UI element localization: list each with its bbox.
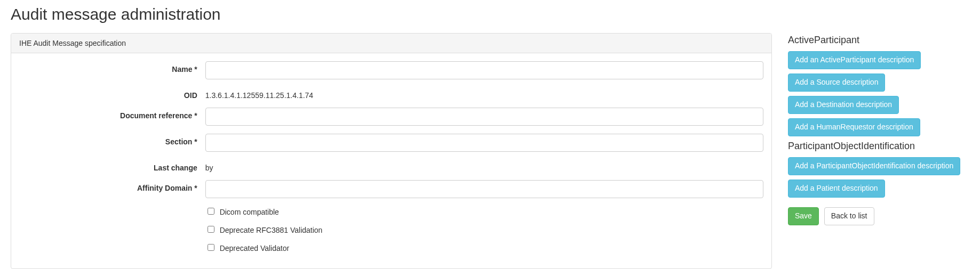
section-input[interactable] <box>205 134 763 152</box>
name-input[interactable] <box>205 61 763 79</box>
save-button[interactable]: Save <box>788 207 819 225</box>
participant-object-heading: ParticipantObjectIdentification <box>788 141 969 152</box>
add-source-button[interactable]: Add a Source description <box>788 74 885 92</box>
page-title: Audit message administration <box>11 5 969 23</box>
sidebar: ActiveParticipant Add an ActiveParticipa… <box>788 33 969 230</box>
last-change-value: by <box>205 160 763 172</box>
add-activeparticipant-button[interactable]: Add an ActiveParticipant description <box>788 51 921 69</box>
dicom-checkbox-label[interactable]: Dicom compatible <box>205 208 279 216</box>
name-label: Name * <box>19 61 205 74</box>
spec-panel: IHE Audit Message specification Name * O… <box>11 33 772 269</box>
back-to-list-button[interactable]: Back to list <box>824 207 874 225</box>
add-destination-button[interactable]: Add a Destination description <box>788 96 899 114</box>
deprecate-rfc-checkbox-text: Deprecate RFC3881 Validation <box>220 226 323 234</box>
oid-value: 1.3.6.1.4.1.12559.11.25.1.4.1.74 <box>205 87 763 100</box>
deprecated-validator-checkbox[interactable] <box>208 244 214 251</box>
doc-ref-input[interactable] <box>205 108 763 126</box>
add-patient-button[interactable]: Add a Patient description <box>788 180 885 198</box>
add-poi-button[interactable]: Add a ParticipantObjectIdentification de… <box>788 157 960 175</box>
section-label: Section * <box>19 134 205 146</box>
dicom-checkbox-text: Dicom compatible <box>220 208 279 216</box>
oid-label: OID <box>19 87 205 100</box>
affinity-label: Affinity Domain * <box>19 180 205 192</box>
active-participant-heading: ActiveParticipant <box>788 35 969 46</box>
deprecated-validator-checkbox-label[interactable]: Deprecated Validator <box>205 244 289 252</box>
deprecated-validator-checkbox-text: Deprecated Validator <box>220 244 289 252</box>
deprecate-rfc-checkbox[interactable] <box>208 226 214 233</box>
add-humanrequestor-button[interactable]: Add a HumanRequestor description <box>788 118 920 136</box>
deprecate-rfc-checkbox-label[interactable]: Deprecate RFC3881 Validation <box>205 226 323 234</box>
last-change-label: Last change <box>19 160 205 172</box>
affinity-input[interactable] <box>205 180 763 198</box>
doc-ref-label: Document reference * <box>19 108 205 120</box>
panel-heading: IHE Audit Message specification <box>11 34 771 53</box>
dicom-checkbox[interactable] <box>208 208 214 215</box>
